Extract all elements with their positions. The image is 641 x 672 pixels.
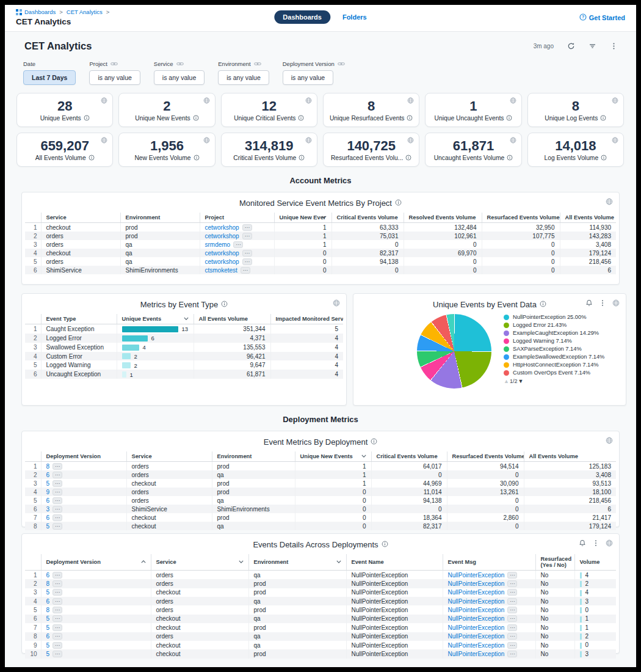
cell-link[interactable]: NullPointerException xyxy=(448,642,505,649)
kpi-tile-resurfaced-events-volu[interactable]: 140,725Resurfaced Events Volu... xyxy=(323,133,419,167)
info-icon[interactable] xyxy=(407,115,413,121)
more-badge[interactable]: ⋯ xyxy=(53,523,62,530)
info-icon[interactable] xyxy=(540,300,546,309)
filter-value-button[interactable]: is any value xyxy=(89,70,140,85)
more-options-icon[interactable] xyxy=(592,539,599,547)
alert-bell-icon[interactable] xyxy=(585,299,593,307)
column-header-event-msg[interactable]: Event Msg xyxy=(443,554,535,571)
kpi-tile-log-events-volume[interactable]: 14,018Log Events Volume xyxy=(527,133,624,167)
column-header-all-events-volume[interactable]: All Events Volume xyxy=(194,314,270,324)
cell-link[interactable]: NullPointerException xyxy=(448,651,505,657)
cell-link[interactable]: 5 xyxy=(46,651,50,657)
cell-link[interactable]: cetworkshop xyxy=(205,224,239,231)
more-badge[interactable]: ⋯ xyxy=(507,642,517,649)
more-badge[interactable]: ⋯ xyxy=(53,506,62,513)
globe-icon[interactable] xyxy=(606,198,613,205)
more-badge[interactable]: ⋯ xyxy=(53,580,62,587)
cell-link[interactable]: 6 xyxy=(46,472,50,478)
get-started-link[interactable]: ? Get Started xyxy=(579,13,625,22)
legend-page-up-icon[interactable]: ▲ xyxy=(504,378,509,384)
more-badge[interactable]: ⋯ xyxy=(53,489,62,495)
pie-chart[interactable] xyxy=(417,314,491,389)
more-badge[interactable]: ⋯ xyxy=(53,589,62,596)
sort-desc-icon[interactable] xyxy=(336,559,341,563)
more-badge[interactable]: ⋯ xyxy=(53,463,62,470)
legend-item-custom-overops-event[interactable]: Custom OverOps Event 7.14% xyxy=(504,370,626,377)
column-header-event-name[interactable]: Event Name xyxy=(346,554,443,571)
legend-item-logged-warning[interactable]: Logged Warning 7.14% xyxy=(504,338,626,345)
legend-item-examplecaughtexception[interactable]: ExampleCaughtException 14.29% xyxy=(504,330,626,337)
more-badge[interactable]: ⋯ xyxy=(507,624,517,631)
legend-item-exampleswallowedexception[interactable]: ExampleSwallowedException 7.14% xyxy=(504,354,626,361)
cell-link[interactable]: 8 xyxy=(46,607,50,613)
column-header-event-type[interactable]: Event Type xyxy=(41,314,117,324)
kpi-tile-all-events-volume[interactable]: 659,207All Events Volume xyxy=(16,133,113,167)
more-badge[interactable]: ⋯ xyxy=(53,572,62,579)
globe-icon[interactable] xyxy=(606,437,613,444)
kpi-tile-unique-new-events[interactable]: 2Unique New Events xyxy=(118,93,215,127)
info-icon[interactable] xyxy=(299,155,305,161)
globe-icon[interactable] xyxy=(333,299,340,307)
cell-link[interactable]: 6 xyxy=(46,572,50,579)
breadcrumb-cet-analytics[interactable]: CET Analytics xyxy=(67,9,103,15)
link-icon[interactable] xyxy=(254,61,261,67)
column-header-environment[interactable]: Environment xyxy=(248,554,346,571)
more-badge[interactable]: ⋯ xyxy=(507,651,517,657)
more-badge[interactable]: ⋯ xyxy=(242,224,252,231)
cell-link[interactable]: NullPointerException xyxy=(448,624,505,631)
cell-link[interactable]: 8 xyxy=(46,580,50,587)
kpi-tile-unique-critical-events[interactable]: 12Unique Critical Events xyxy=(221,93,317,127)
column-header-resurfaced-events-volume[interactable]: Resurfaced Events Volume xyxy=(447,451,524,462)
globe-icon[interactable] xyxy=(606,539,613,547)
column-header-unique-new-ever[interactable]: Unique New Ever xyxy=(274,213,331,223)
more-options-icon[interactable] xyxy=(599,299,606,307)
globe-icon[interactable] xyxy=(612,299,620,307)
kpi-tile-uncaught-events-volume[interactable]: 61,871Uncaught Events Volume xyxy=(425,133,521,167)
column-header-unique-new-events[interactable]: Unique New Events xyxy=(295,451,371,462)
more-badge[interactable]: ⋯ xyxy=(53,607,62,613)
more-badge[interactable]: ⋯ xyxy=(53,514,62,521)
info-icon[interactable] xyxy=(382,540,388,549)
more-badge[interactable]: ⋯ xyxy=(242,258,252,265)
info-icon[interactable] xyxy=(193,115,199,121)
cell-link[interactable]: 3 xyxy=(46,506,50,513)
column-header-environment[interactable]: Environment xyxy=(212,451,295,462)
kpi-tile-unique-events[interactable]: 28Unique Events xyxy=(16,93,113,127)
tab-folders[interactable]: Folders xyxy=(342,13,367,21)
info-icon[interactable] xyxy=(371,437,377,447)
refresh-icon[interactable] xyxy=(567,42,575,50)
tab-dashboards[interactable]: Dashboards xyxy=(274,10,330,24)
legend-item-logged-error[interactable]: Logged Error 21.43% xyxy=(504,322,626,329)
legend-page-down-icon[interactable]: ▼ xyxy=(518,378,523,384)
cell-link[interactable]: NullPointerException xyxy=(448,615,505,622)
cell-link[interactable]: NullPointerException xyxy=(448,598,505,605)
cell-link[interactable]: 5 xyxy=(46,589,50,596)
more-badge[interactable]: ⋯ xyxy=(53,598,62,605)
cell-link[interactable]: ctsmoketest xyxy=(205,267,237,274)
cell-link[interactable]: 5 xyxy=(46,624,50,631)
info-icon[interactable] xyxy=(395,199,402,208)
more-badge[interactable]: ⋯ xyxy=(507,589,517,596)
cell-link[interactable]: NullPointerException xyxy=(448,589,505,596)
breadcrumb-dashboards[interactable]: Dashboards xyxy=(24,9,56,15)
sort-asc-icon[interactable] xyxy=(141,559,146,563)
info-icon[interactable] xyxy=(89,155,95,161)
filter-value-button[interactable]: Last 7 Days xyxy=(23,70,76,85)
cell-link[interactable]: NullPointerException xyxy=(448,572,505,579)
more-options-icon[interactable] xyxy=(610,42,618,50)
link-icon[interactable] xyxy=(176,61,184,67)
sort-desc-icon[interactable] xyxy=(361,453,366,458)
sort-desc-icon[interactable] xyxy=(239,559,244,563)
info-icon[interactable] xyxy=(221,300,228,309)
more-badge[interactable]: ⋯ xyxy=(53,615,62,622)
cell-link[interactable]: NullPointerException xyxy=(448,633,505,640)
more-badge[interactable]: ⋯ xyxy=(507,580,517,587)
filter-value-button[interactable]: is any value xyxy=(218,70,269,85)
cell-link[interactable]: 5 xyxy=(46,615,50,622)
more-badge[interactable]: ⋯ xyxy=(242,250,252,257)
column-header-resurfaced-events-volume[interactable]: Resurfaced Events Volume xyxy=(482,213,560,223)
info-icon[interactable] xyxy=(506,115,512,121)
sort-desc-icon[interactable] xyxy=(184,316,189,320)
link-icon[interactable] xyxy=(110,61,118,67)
legend-item-nullpointerexception[interactable]: NullPointerException 25.00% xyxy=(504,314,626,321)
